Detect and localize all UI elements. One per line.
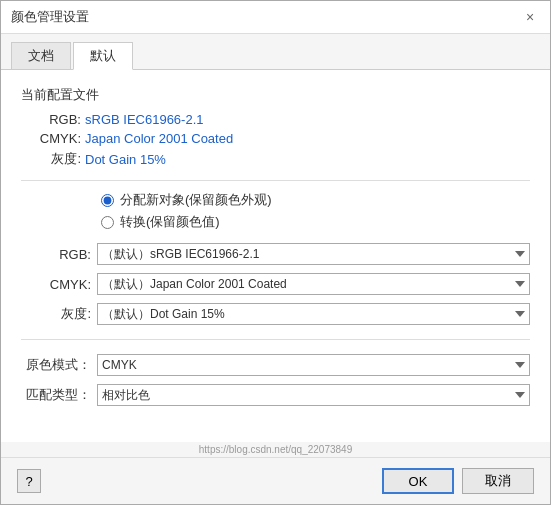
match-field-label: 匹配类型： [21,386,91,404]
tab-default[interactable]: 默认 [73,42,133,70]
dialog-title: 颜色管理设置 [11,8,89,26]
tab-bar: 文档 默认 [1,34,550,70]
field-gray-select[interactable]: （默认）Dot Gain 15% [97,303,530,325]
field-cmyk-label: CMYK: [21,277,91,292]
profile-gray-row: 灰度: Dot Gain 15% [21,150,530,168]
field-rgb-row: RGB: （默认）sRGB IEC61966-2.1 [21,243,530,265]
footer: ? OK 取消 [1,457,550,504]
tab-document[interactable]: 文档 [11,42,71,69]
content-area: 当前配置文件 RGB: sRGB IEC61966-2.1 CMYK: Japa… [1,70,550,442]
divider-2 [21,339,530,340]
radio-convert-label: 转换(保留颜色值) [120,213,220,231]
profile-cmyk-row: CMYK: Japan Color 2001 Coated [21,131,530,146]
match-field-select[interactable]: 相对比色 [97,384,530,406]
radio-convert[interactable]: 转换(保留颜色值) [101,213,530,231]
footer-buttons: OK 取消 [382,468,534,494]
profile-gray-value: Dot Gain 15% [85,152,166,167]
profile-cmyk-value: Japan Color 2001 Coated [85,131,233,146]
profile-table: RGB: sRGB IEC61966-2.1 CMYK: Japan Color… [21,112,530,168]
radio-convert-input[interactable] [101,216,114,229]
profile-rgb-label: RGB: [21,112,81,127]
radio-assign[interactable]: 分配新对象(保留颜色外观) [101,191,530,209]
divider-1 [21,180,530,181]
field-cmyk-row: CMYK: （默认）Japan Color 2001 Coated [21,273,530,295]
close-button[interactable]: × [520,7,540,27]
mode-field-row: 原色模式： CMYK [21,354,530,376]
profile-cmyk-label: CMYK: [21,131,81,146]
radio-group: 分配新对象(保留颜色外观) 转换(保留颜色值) [101,191,530,231]
profile-gray-label: 灰度: [21,150,81,168]
profile-rgb-value: sRGB IEC61966-2.1 [85,112,204,127]
cancel-button[interactable]: 取消 [462,468,534,494]
dialog: 颜色管理设置 × 文档 默认 当前配置文件 RGB: sRGB IEC61966… [0,0,551,505]
ok-button[interactable]: OK [382,468,454,494]
watermark: https://blog.csdn.net/qq_22073849 [1,442,550,457]
profile-rgb-row: RGB: sRGB IEC61966-2.1 [21,112,530,127]
title-bar: 颜色管理设置 × [1,1,550,34]
mode-field-select[interactable]: CMYK [97,354,530,376]
match-field-row: 匹配类型： 相对比色 [21,384,530,406]
field-cmyk-select[interactable]: （默认）Japan Color 2001 Coated [97,273,530,295]
field-gray-label: 灰度: [21,305,91,323]
field-rgb-select[interactable]: （默认）sRGB IEC61966-2.1 [97,243,530,265]
radio-assign-label: 分配新对象(保留颜色外观) [120,191,272,209]
current-profile-label: 当前配置文件 [21,86,530,104]
radio-assign-input[interactable] [101,194,114,207]
field-rgb-label: RGB: [21,247,91,262]
mode-field-label: 原色模式： [21,356,91,374]
field-gray-row: 灰度: （默认）Dot Gain 15% [21,303,530,325]
help-button[interactable]: ? [17,469,41,493]
